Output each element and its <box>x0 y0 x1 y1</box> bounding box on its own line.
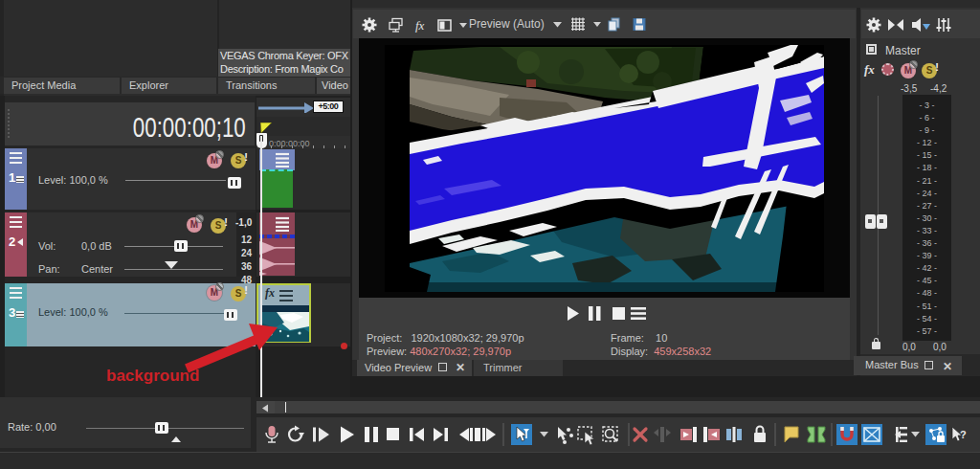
svg-text:background: background <box>106 367 199 385</box>
svg-text:fx: fx <box>415 18 425 33</box>
svg-text:?: ? <box>960 429 967 440</box>
svg-text:00:00:00;10: 00:00:00;10 <box>133 112 246 142</box>
